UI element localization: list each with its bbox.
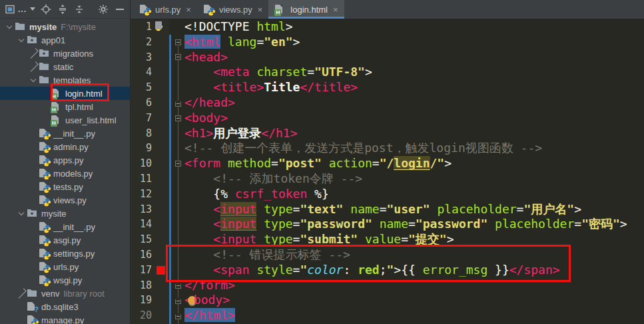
tree-item-mysite[interactable]: mysiteF:\mysite <box>0 20 130 33</box>
tab-close-icon[interactable]: × <box>258 5 263 15</box>
code-line-12[interactable]: 12 {% csrf_token %} <box>131 187 644 202</box>
tree-item-user_list.html[interactable]: Huser_list.html <box>0 113 130 127</box>
fold-marker[interactable] <box>175 312 181 319</box>
tab-close-icon[interactable]: × <box>186 5 191 15</box>
fold-marker[interactable] <box>175 297 181 304</box>
tree-item-manage.py[interactable]: manage.py <box>0 313 130 324</box>
editor[interactable]: 1<!DOCTYPE html>2<html lang="en">3<head>… <box>131 19 644 324</box>
tree-item-venv[interactable]: venvlibrary root <box>0 287 130 300</box>
code-line-10[interactable]: 10<form method="post" action="/login/"> <box>131 156 644 171</box>
code-line-15[interactable]: 15 <input type="submit" value="提交"> <box>131 232 644 247</box>
code-line-8[interactable]: 8<h1>用户登录</h1> <box>131 126 644 141</box>
collapse-all-icon[interactable] <box>73 3 85 15</box>
line-number[interactable]: 20 <box>131 308 153 323</box>
line-number[interactable]: 17 <box>131 263 153 278</box>
tree-item-__init__.py[interactable]: __init__.py <box>0 127 130 140</box>
code-line-6[interactable]: 6</head> <box>131 95 644 111</box>
tree-item-tpl.html[interactable]: Htpl.html <box>0 100 130 113</box>
line-number[interactable]: 6 <box>131 95 153 111</box>
code-line-16[interactable]: 16 <!-- 错误提示标签 --> <box>131 247 644 263</box>
chevron-down-icon[interactable] <box>16 213 27 215</box>
code-line-7[interactable]: 7<body> <box>131 111 644 126</box>
line-number[interactable]: 11 <box>131 171 153 187</box>
tab-views.py[interactable]: views.py× <box>197 0 268 19</box>
tree-item-admin.py[interactable]: admin.py <box>0 140 130 153</box>
line-number[interactable]: 19 <box>131 293 153 308</box>
tree-item-app01[interactable]: app01 <box>0 33 130 47</box>
code-line-11[interactable]: 11 <!-- 添加token令牌 --> <box>131 171 644 187</box>
line-number[interactable]: 5 <box>131 80 153 95</box>
tree-item-models.py[interactable]: models.py <box>0 167 130 180</box>
chevron-down-icon[interactable] <box>16 39 27 41</box>
tab-close-icon[interactable]: × <box>333 5 338 15</box>
line-number[interactable]: 10 <box>131 156 153 171</box>
dropdown-arrow-icon[interactable] <box>30 7 35 11</box>
chevron-down-icon[interactable] <box>4 26 15 28</box>
fold-marker[interactable] <box>175 115 181 121</box>
line-number[interactable]: 14 <box>131 217 153 232</box>
tree-item-apps.py[interactable]: apps.py <box>0 153 130 167</box>
toolbar-more-label[interactable]: ... <box>18 5 27 14</box>
expand-all-icon[interactable] <box>57 3 69 15</box>
chevron-down-icon[interactable] <box>28 79 39 81</box>
locate-file-icon[interactable] <box>40 3 52 15</box>
line-number[interactable]: 2 <box>131 35 153 50</box>
tree-item-migrations[interactable]: migrations <box>0 47 130 60</box>
code-line-17[interactable]: 17 <span style="color: red;">{{ error_ms… <box>131 263 644 278</box>
tree-item-asgi.py[interactable]: asgi.py <box>0 233 130 247</box>
line-number[interactable]: 8 <box>131 126 153 141</box>
tree-item-label: venv <box>41 289 59 299</box>
line-number[interactable]: 1 <box>131 19 153 35</box>
fold-marker[interactable] <box>175 281 181 289</box>
code-line-1[interactable]: 1<!DOCTYPE html> <box>131 19 644 35</box>
code-line-5[interactable]: 5 <title>Title</title> <box>131 80 644 95</box>
project-view-icon[interactable] <box>4 3 16 15</box>
tree-item-login.html[interactable]: Hlogin.html <box>0 87 130 100</box>
tree-item-mysite[interactable]: mysite <box>0 207 130 220</box>
tree-item-db.sqlite3[interactable]: ?db.sqlite3 <box>0 300 130 313</box>
tree-item-views.py[interactable]: views.py <box>0 193 130 207</box>
code-line-14[interactable]: 14 <input type="password" name="password… <box>131 217 644 232</box>
code-line-9[interactable]: 9<!-- 创建一个表单，发送方式是post，触发login视图函数 --> <box>131 141 644 156</box>
folder-icon <box>27 288 39 299</box>
chevron-right-icon[interactable] <box>28 65 39 69</box>
fold-marker[interactable] <box>175 161 181 167</box>
line-number[interactable]: 3 <box>131 50 153 65</box>
line-number[interactable]: 12 <box>131 187 153 202</box>
tree-item-__init__.py[interactable]: __init__.py <box>0 220 130 233</box>
code-line-20[interactable]: 20</html> <box>131 308 644 323</box>
line-number[interactable]: 4 <box>131 65 153 80</box>
code-token: = <box>256 35 264 49</box>
fold-marker[interactable] <box>175 54 181 60</box>
tree-item-wsgi.py[interactable]: wsgi.py <box>0 273 130 287</box>
chevron-right-icon[interactable] <box>16 291 27 295</box>
goto-view-python-icon[interactable] <box>155 21 165 31</box>
chevron-right-icon[interactable] <box>28 51 39 55</box>
tree-item-tests.py[interactable]: tests.py <box>0 180 130 193</box>
code-line-13[interactable]: 13 <input type="text" name="user" placeh… <box>131 202 644 217</box>
line-number[interactable]: 18 <box>131 278 153 293</box>
tab-urls.py[interactable]: urls.py× <box>133 0 197 19</box>
fold-marker[interactable] <box>175 99 181 107</box>
tree-item-urls.py[interactable]: urls.py <box>0 260 130 273</box>
tree-item-static[interactable]: static <box>0 60 130 73</box>
line-number[interactable]: 9 <box>131 141 153 156</box>
gutter-icon-slot <box>153 35 169 50</box>
fold-slot <box>172 19 184 35</box>
code-line-19[interactable]: 19<body> <box>131 293 644 308</box>
fold-marker[interactable] <box>175 39 181 45</box>
settings-gear-icon[interactable] <box>97 3 109 15</box>
tree-item-settings.py[interactable]: settings.py <box>0 247 130 260</box>
line-number[interactable]: 13 <box>131 202 153 217</box>
tree-item-templates[interactable]: templates <box>0 73 130 87</box>
gutter-icon-slot <box>153 50 169 65</box>
line-number[interactable]: 15 <box>131 232 153 247</box>
code-line-18[interactable]: 18</form> <box>131 278 644 293</box>
tab-login.html[interactable]: Hlogin.html× <box>268 0 344 19</box>
line-number[interactable]: 16 <box>131 247 153 263</box>
hide-panel-icon[interactable] <box>114 3 126 15</box>
line-number[interactable]: 7 <box>131 111 153 126</box>
code-line-3[interactable]: 3<head> <box>131 50 644 65</box>
code-line-4[interactable]: 4 <meta charset="UTF-8"> <box>131 65 644 80</box>
code-line-2[interactable]: 2<html lang="en"> <box>131 35 644 50</box>
